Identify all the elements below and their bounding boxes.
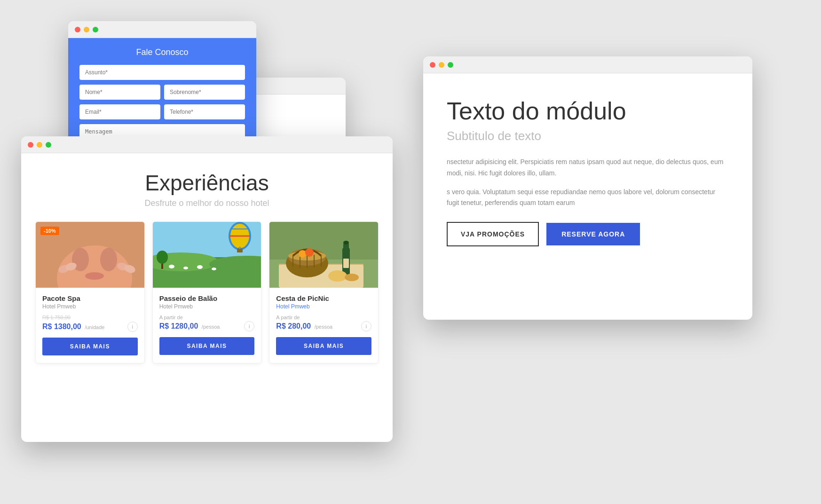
svg-rect-44	[343, 259, 349, 268]
svg-rect-22	[237, 249, 243, 252]
promos-button[interactable]: VJA PROMOÇÕES	[447, 222, 539, 246]
picnic-price-row: R$ 280,00 /pessoa i	[276, 321, 371, 331]
svg-point-14	[169, 265, 174, 268]
svg-point-46	[345, 274, 359, 281]
balloon-info-icon[interactable]: i	[244, 321, 254, 331]
svg-point-39	[299, 250, 306, 258]
experiences-heading: Experiências	[35, 170, 379, 196]
text-module-window: Texto do módulo Subtitulo de texto nsect…	[423, 56, 752, 320]
svg-point-8	[85, 272, 104, 280]
svg-point-43	[343, 241, 349, 244]
contact-form-title: Fale Conosco	[79, 47, 245, 57]
cards-grid: -10%	[35, 221, 379, 363]
text-module-buttons: VJA PROMOÇÕES RESERVE AGORA	[447, 222, 729, 246]
svg-point-26	[157, 251, 168, 264]
titlebar-experiences	[21, 136, 393, 153]
email-input[interactable]	[79, 104, 160, 119]
balloon-price: R$ 1280,00	[159, 322, 198, 330]
picnic-svg	[269, 222, 378, 288]
svg-point-15	[183, 267, 188, 269]
text-module-title: Texto do módulo	[447, 97, 729, 125]
balloon-price-row: R$ 1280,00 /pessoa i	[159, 321, 255, 331]
experiences-content: Experiências Desfrute o melhor do nosso …	[21, 153, 393, 378]
spa-info-icon[interactable]: i	[127, 322, 138, 332]
titlebar-contact	[68, 21, 256, 38]
experiences-subheading: Desfrute o melhor do nosso hotel	[35, 198, 379, 208]
dot-yellow-3	[84, 27, 89, 32]
reserve-button[interactable]: RESERVE AGORA	[546, 223, 640, 245]
balloon-image	[153, 222, 261, 288]
dot-yellow	[439, 62, 444, 68]
telefone-input[interactable]	[164, 104, 245, 119]
card-spa: -10%	[35, 221, 145, 363]
discount-badge: -10%	[40, 227, 59, 235]
dot-red-4	[28, 142, 33, 148]
assunto-row	[79, 65, 245, 80]
spa-title: Pacote Spa	[42, 294, 138, 302]
picnic-image	[269, 222, 378, 288]
titlebar-text	[423, 56, 752, 73]
sobrenome-input[interactable]	[164, 85, 245, 100]
balloon-title: Passeio de Balão	[159, 294, 255, 302]
picnic-price-label: A partir de	[276, 315, 371, 320]
name-row	[79, 85, 245, 100]
picnic-card-body: Cesta de PicNic Hotel Pmweb A partir de …	[269, 288, 378, 362]
picnic-info-icon[interactable]: i	[361, 321, 371, 331]
text-module-subtitle: Subtitulo de texto	[447, 129, 729, 143]
card-balloon: Passeio de Balão Hotel Pmweb A partir de…	[152, 221, 262, 363]
spa-price-row: R$ 1380,00 /unidade i	[42, 322, 138, 332]
dot-red-3	[75, 27, 80, 32]
picnic-price: R$ 280,00	[276, 322, 311, 330]
text-body-1: nsectetur adipisicing elit. Perspiciatis…	[447, 157, 729, 179]
balloon-provider: Hotel Pmweb	[159, 303, 255, 310]
text-module-content: Texto do módulo Subtitulo de texto nsect…	[423, 73, 752, 265]
spa-provider: Hotel Pmweb	[42, 303, 138, 310]
spa-card-body: Pacote Spa Hotel Pmweb R$ 1.750,00 R$ 13…	[36, 288, 144, 363]
picnic-title: Cesta de PicNic	[276, 294, 371, 302]
dot-yellow-4	[37, 142, 42, 148]
picnic-price-wrapper: R$ 280,00 /pessoa	[276, 322, 332, 331]
svg-point-16	[197, 265, 203, 269]
nome-input[interactable]	[79, 85, 160, 100]
dot-red	[430, 62, 435, 68]
picnic-price-unit: /pessoa	[315, 324, 333, 330]
balloon-svg	[153, 222, 261, 288]
assunto-input[interactable]	[79, 65, 245, 80]
svg-point-3	[100, 248, 117, 271]
spa-price-original: R$ 1.750,00	[42, 315, 138, 320]
spa-price: R$ 1380,00	[42, 323, 81, 331]
text-body-2: s vero quia. Voluptatum sequi esse repud…	[447, 187, 729, 209]
experiences-window: Experiências Desfrute o melhor do nosso …	[21, 136, 393, 442]
picnic-saiba-mais-button[interactable]: SAIBA MAIS	[276, 337, 371, 355]
dot-green	[448, 62, 453, 68]
spa-price-unit: /unidade	[85, 324, 104, 330]
dot-green-3	[93, 27, 98, 32]
picnic-provider[interactable]: Hotel Pmweb	[276, 303, 371, 310]
balloon-price-wrapper: R$ 1280,00 /pessoa	[159, 322, 220, 331]
svg-point-17	[212, 268, 216, 270]
spa-image: -10%	[36, 222, 144, 288]
svg-point-40	[305, 248, 314, 257]
balloon-price-unit: /pessoa	[202, 324, 220, 330]
svg-point-45	[328, 270, 347, 282]
spa-saiba-mais-button[interactable]: SAIBA MAIS	[42, 338, 138, 355]
spa-price-wrapper: R$ 1380,00 /unidade	[42, 323, 104, 331]
balloon-card-body: Passeio de Balão Hotel Pmweb A partir de…	[153, 288, 261, 362]
contact-row	[79, 104, 245, 119]
card-picnic: Cesta de PicNic Hotel Pmweb A partir de …	[269, 221, 379, 363]
balloon-saiba-mais-button[interactable]: SAIBA MAIS	[159, 337, 255, 355]
balloon-price-label: A partir de	[159, 315, 255, 320]
dot-green-4	[46, 142, 51, 148]
